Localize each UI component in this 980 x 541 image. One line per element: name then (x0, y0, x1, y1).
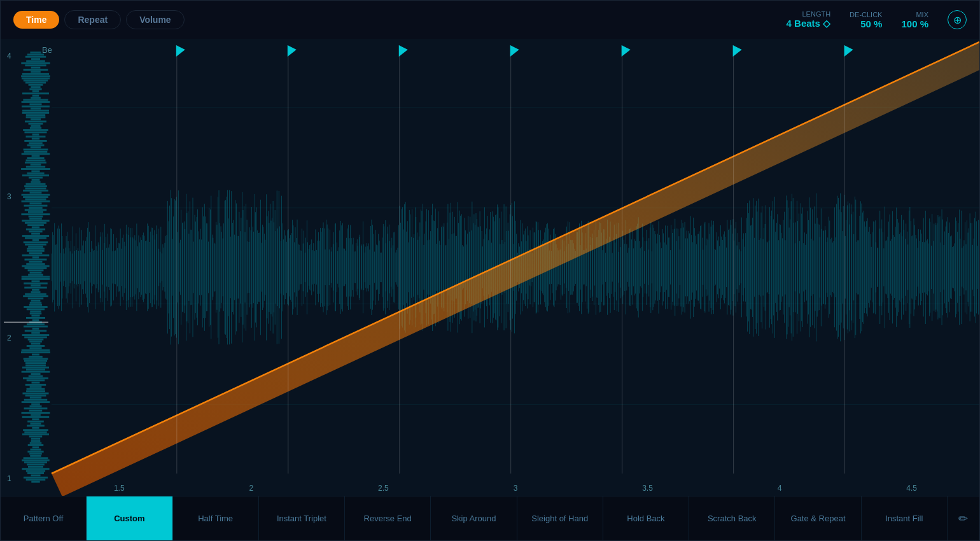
x-num-1-5: 1.5 (114, 484, 125, 493)
tab-time[interactable]: Time (13, 11, 59, 29)
x-num-2-5: 2.5 (378, 484, 389, 493)
custom-button[interactable]: Custom (87, 496, 172, 540)
declick-label: De-click (850, 11, 882, 18)
x-num-3-5: 3.5 (642, 484, 653, 493)
header-params: Length 4 Beats ◇ De-click 50 % Mix 100 %… (787, 10, 967, 29)
hold-back-button[interactable]: Hold Back (603, 496, 689, 540)
length-label: Length (802, 10, 830, 18)
mix-label: Mix (916, 11, 928, 18)
scratch-back-button[interactable]: Scratch Back (689, 496, 775, 540)
y-num-1: 1 (7, 474, 11, 483)
x-num-4: 4 (778, 484, 782, 493)
y-num-3: 3 (7, 192, 11, 201)
y-num-4: 4 (7, 52, 11, 60)
declick-param: De-click 50 % (850, 11, 882, 29)
x-num-4-5: 4.5 (906, 484, 917, 493)
half-time-button[interactable]: Half Time (173, 496, 259, 540)
tab-volume[interactable]: Volume (126, 10, 185, 29)
length-param: Length 4 Beats ◇ (787, 10, 831, 29)
y-axis: 4 3 2 1 (7, 39, 11, 496)
x-axis: 1.5 2 2.5 3 3.5 4 4.5 (52, 484, 979, 493)
x-num-2: 2 (249, 484, 254, 493)
x-num-3: 3 (514, 484, 518, 493)
gate-repeat-button[interactable]: Gate & Repeat (775, 496, 861, 540)
reverse-end-button[interactable]: Reverse End (345, 496, 431, 540)
edit-button[interactable]: ✏ (948, 496, 979, 540)
instant-triplet-button[interactable]: Instant Triplet (259, 496, 345, 540)
length-value[interactable]: 4 Beats ◇ (787, 18, 831, 29)
bottom-bar: Pattern Off Custom Half Time Instant Tri… (1, 496, 979, 540)
header: Time Repeat Volume Length 4 Beats ◇ De-c… (1, 1, 979, 39)
pattern-off-button[interactable]: Pattern Off (1, 496, 87, 540)
sleight-of-hand-button[interactable]: Sleight of Hand (517, 496, 603, 540)
skip-around-button[interactable]: Skip Around (431, 496, 517, 540)
instant-fill-button[interactable]: Instant Fill (862, 496, 948, 540)
header-tabs: Time Repeat Volume (13, 10, 185, 29)
more-button[interactable]: ⊕ (948, 10, 967, 29)
tab-repeat[interactable]: Repeat (64, 10, 121, 29)
mix-param: Mix 100 % (901, 11, 928, 29)
app-container: Time Repeat Volume Length 4 Beats ◇ De-c… (0, 0, 980, 541)
y-num-2: 2 (7, 334, 11, 342)
main-canvas: Beat 4 3 2 1 1.5 2 2.5 (1, 39, 979, 496)
mix-value[interactable]: 100 % (901, 18, 928, 29)
declick-value[interactable]: 50 % (860, 18, 882, 29)
